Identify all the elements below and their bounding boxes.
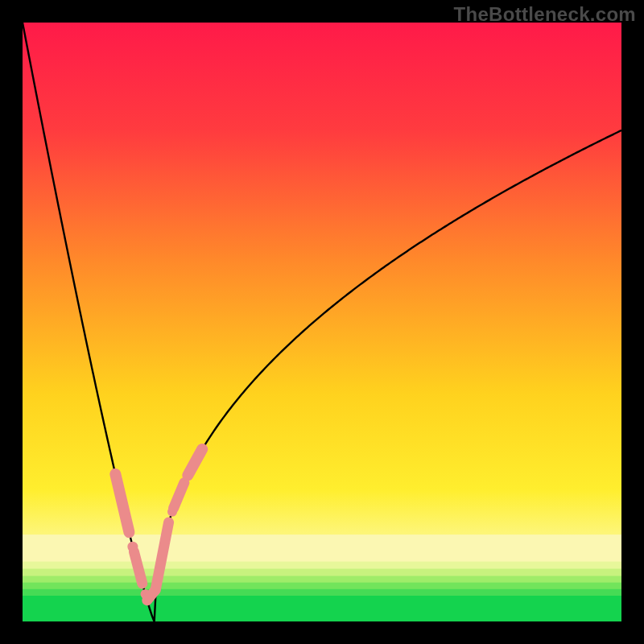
bottleneck-plot — [23, 23, 621, 621]
band — [23, 535, 621, 562]
band — [23, 562, 621, 569]
band — [23, 596, 621, 621]
plot-svg — [23, 23, 621, 621]
band — [23, 583, 621, 590]
chart-frame: TheBottleneck.com — [0, 0, 644, 644]
band — [23, 576, 621, 583]
marker-dot — [137, 573, 145, 581]
heat-background — [23, 23, 621, 621]
band — [23, 589, 621, 597]
bottom-bands — [23, 535, 621, 621]
band — [23, 569, 621, 576]
